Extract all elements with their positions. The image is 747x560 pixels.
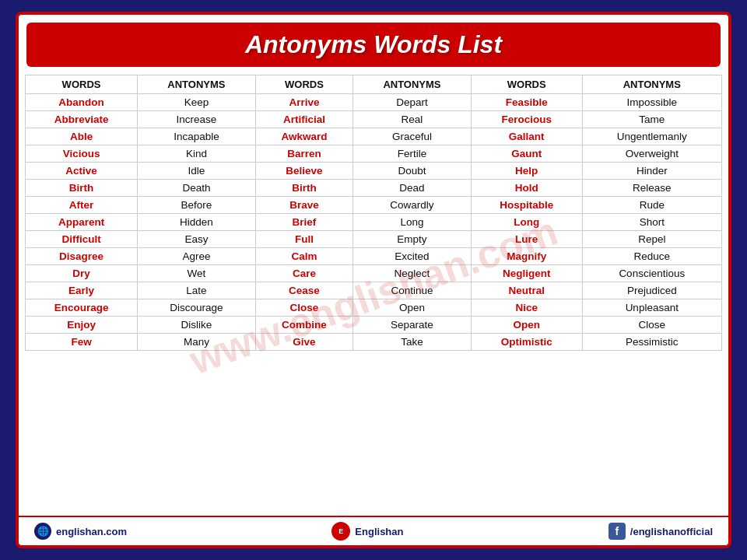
antonym-col2: Depart	[353, 94, 472, 111]
antonym-col3: Hinder	[582, 163, 721, 180]
word-col2: Full	[255, 231, 352, 248]
word-col1: Disagree	[26, 248, 138, 265]
antonym-col1: Keep	[138, 94, 256, 111]
brand-label: Englishan	[355, 526, 403, 537]
antonym-col1: Death	[138, 180, 256, 197]
antonym-col3: Reduce	[582, 248, 721, 265]
antonym-col2: Excited	[353, 248, 472, 265]
antonym-col1: Kind	[138, 145, 256, 163]
word-col2: Give	[255, 334, 352, 351]
table-row: Abbreviate Increase Artificial Real Fero…	[26, 111, 722, 128]
word-col3: Gaunt	[471, 145, 582, 163]
col1-antonyms-header: ANTONYMS	[138, 75, 256, 94]
word-col1: Abbreviate	[26, 111, 138, 128]
table-row: Few Many Give Take Optimistic Pessimisti…	[26, 334, 722, 351]
antonym-col3: Unpleasant	[582, 299, 721, 317]
table-row: Birth Death Birth Dead Hold Release	[26, 180, 722, 197]
table-row: Early Late Cease Continue Neutral Prejud…	[26, 282, 722, 299]
antonym-col3: Short	[582, 214, 721, 231]
antonym-col3: Release	[582, 180, 721, 197]
table-row: Vicious Kind Barren Fertile Gaunt Overwe…	[26, 145, 722, 163]
antonym-col3: Tame	[582, 111, 721, 128]
word-col1: Vicious	[26, 145, 138, 163]
antonym-col3: Ungentlemanly	[582, 128, 721, 145]
table-row: Disagree Agree Calm Excited Magnify Redu…	[26, 248, 722, 265]
antonym-col2: Doubt	[353, 163, 472, 180]
word-col2: Brief	[255, 214, 352, 231]
word-col3: Long	[471, 214, 582, 231]
word-col3: Feasible	[471, 94, 582, 111]
word-col2: Combine	[255, 317, 352, 334]
word-col3: Magnify	[471, 248, 582, 265]
antonym-col1: Agree	[138, 248, 256, 265]
word-col2: Barren	[255, 145, 352, 163]
antonym-col2: Take	[353, 334, 472, 351]
englishan-logo-icon: E	[331, 522, 350, 541]
antonym-col1: Easy	[138, 231, 256, 248]
antonyms-table: WORDS ANTONYMS WORDS ANTONYMS WORDS ANTO…	[25, 75, 722, 351]
antonym-col2: Real	[353, 111, 472, 128]
antonym-col1: Incapable	[138, 128, 256, 145]
table-row: After Before Brave Cowardly Hospitable R…	[26, 197, 722, 214]
antonym-col1: Many	[138, 334, 256, 351]
word-col1: After	[26, 197, 138, 214]
table-row: Encourage Discourage Close Open Nice Unp…	[26, 299, 722, 317]
antonym-col1: Increase	[138, 111, 256, 128]
antonym-col2: Open	[353, 299, 472, 317]
word-col3: Hold	[471, 180, 582, 197]
antonym-col2: Fertile	[353, 145, 472, 163]
word-col1: Early	[26, 282, 138, 299]
antonym-col1: Dislike	[138, 317, 256, 334]
word-col3: Optimistic	[471, 334, 582, 351]
antonym-col2: Dead	[353, 180, 472, 197]
col2-antonyms-header: ANTONYMS	[353, 75, 472, 94]
word-col3: Neutral	[471, 282, 582, 299]
antonym-col1: Late	[138, 282, 256, 299]
antonym-col3: Pessimistic	[582, 334, 721, 351]
website-label: englishan.com	[56, 526, 127, 537]
word-col2: Arrive	[255, 94, 352, 111]
globe-icon: 🌐	[34, 523, 51, 540]
word-col1: Birth	[26, 180, 138, 197]
antonym-col1: Idle	[138, 163, 256, 180]
word-col2: Calm	[255, 248, 352, 265]
word-col3: Open	[471, 317, 582, 334]
antonym-col1: Before	[138, 197, 256, 214]
footer-brand: E Englishan	[331, 522, 403, 541]
word-col2: Believe	[255, 163, 352, 180]
antonym-col3: Conscientious	[582, 265, 721, 282]
antonym-col2: Separate	[353, 317, 472, 334]
word-col2: Artificial	[255, 111, 352, 128]
table-container: www.englishan.com WORDS ANTONYMS WORDS A…	[19, 75, 728, 516]
footer-website: 🌐 englishan.com	[34, 523, 127, 540]
facebook-icon: f	[608, 523, 626, 540]
word-col3: Negligent	[471, 265, 582, 282]
footer-social: f /englishanofficial	[608, 523, 713, 540]
antonym-col3: Overweight	[582, 145, 721, 163]
col3-antonyms-header: ANTONYMS	[582, 75, 721, 94]
word-col2: Close	[255, 299, 352, 317]
word-col3: Help	[471, 163, 582, 180]
word-col1: Enjoy	[26, 317, 138, 334]
table-row: Difficult Easy Full Empty Lure Repel	[26, 231, 722, 248]
word-col1: Apparent	[26, 214, 138, 231]
page-title: Antonyms Words List	[42, 30, 705, 59]
word-col2: Awkward	[255, 128, 352, 145]
antonym-col2: Cowardly	[353, 197, 472, 214]
word-col1: Abandon	[26, 94, 138, 111]
antonym-col3: Repel	[582, 231, 721, 248]
col3-words-header: WORDS	[471, 75, 582, 94]
table-row: Apparent Hidden Brief Long Long Short	[26, 214, 722, 231]
col2-words-header: WORDS	[255, 75, 352, 94]
table-row: Enjoy Dislike Combine Separate Open Clos…	[26, 317, 722, 334]
word-col1: Dry	[26, 265, 138, 282]
word-col3: Ferocious	[471, 111, 582, 128]
word-col3: Nice	[471, 299, 582, 317]
word-col3: Hospitable	[471, 197, 582, 214]
antonym-col3: Impossible	[582, 94, 721, 111]
antonym-col2: Continue	[353, 282, 472, 299]
footer: 🌐 englishan.com E Englishan f /englishan…	[19, 516, 728, 545]
table-row: Active Idle Believe Doubt Help Hinder	[26, 163, 722, 180]
word-col1: Few	[26, 334, 138, 351]
word-col1: Active	[26, 163, 138, 180]
